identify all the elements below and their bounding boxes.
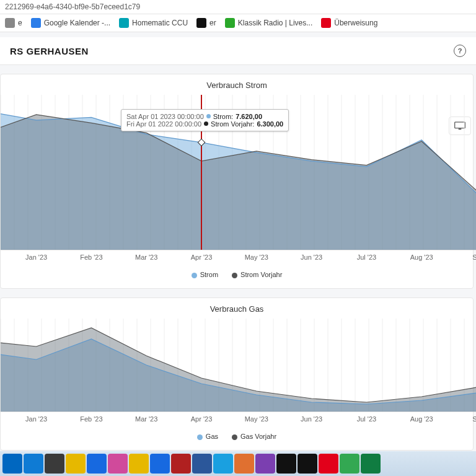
x-tick-label: Feb '23 [80,253,102,261]
bookmarks-bar: eGoogle Kalender -...Homematic CCUerKlas… [0,14,476,32]
bookmark-label: Klassik Radio | Lives... [238,19,313,27]
chart-card: Verbrauch GasJan '23Feb '23Mar '23Apr '2… [0,298,474,451]
legend-item[interactable]: Strom [192,271,218,278]
page-header: RS GERHAUSEN ? [0,37,476,65]
chart-card: Verbrauch StromJan '23Feb '23Mar '23Apr … [0,74,474,289]
bookmark-label: er [209,19,216,27]
legend-item[interactable]: Strom Vorjahr [232,271,282,278]
bookmark-favicon [119,18,129,28]
series-area-previous [1,115,476,250]
chart-legend: GasGas Vorjahr [1,433,473,440]
taskbar-photos-icon[interactable] [213,454,233,474]
taskbar-opera-icon[interactable] [319,454,338,474]
x-tick-label: May '23 [245,253,268,261]
x-tick-label: Jan '23 [25,415,47,423]
chart-plot[interactable]: Jan '23Feb '23Mar '23Apr '23May '23Jun '… [1,319,476,426]
legend-item[interactable]: Gas Vorjahr [232,433,276,440]
x-tick-label: Jun '23 [301,253,322,261]
bookmark-favicon [225,18,235,28]
help-icon[interactable]: ? [454,45,466,57]
x-tick-label: Aug '23 [410,415,433,423]
taskbar-loxone-icon[interactable] [87,454,107,474]
chart-tooltip: Sat Apr 01 2023 00:00:00Strom: 7.620,00F… [121,109,289,131]
bookmark-label: Homematic CCU [132,19,188,27]
bookmark-favicon [321,18,331,28]
taskbar-mail-icon[interactable] [150,454,170,474]
taskbar-chrome-icon[interactable] [340,454,359,474]
url-bar[interactable]: 2212969-e4a6-4340-bf9e-5b7eceed1c79 [0,0,476,14]
x-tick-label: Se [472,415,476,423]
taskbar-explorer-icon[interactable] [129,454,149,474]
taskbar-calc-icon[interactable] [45,454,64,474]
bookmark-item[interactable]: e [5,18,22,28]
x-tick-label: Se [472,253,476,261]
bookmark-label: Google Kalender -... [44,19,110,27]
taskbar-edge-icon[interactable] [24,454,43,474]
windows-taskbar[interactable] [0,451,476,476]
taskbar-ssh-icon[interactable] [298,454,317,474]
taskbar-word-icon[interactable] [192,454,212,474]
bookmark-label: Überweisung [334,19,377,27]
bookmark-item[interactable]: Klassik Radio | Lives... [225,18,313,28]
legend-item[interactable]: Gas [197,433,218,440]
bookmark-favicon [31,18,41,28]
page-title: RS GERHAUSEN [10,46,89,56]
x-tick-label: Feb '23 [80,415,102,423]
taskbar-m3-icon[interactable] [171,454,191,474]
series-area-previous [1,328,476,412]
x-tick-label: Apr '23 [191,253,213,261]
bookmark-item[interactable]: er [196,18,216,28]
x-tick-label: Aug '23 [410,253,433,261]
chart-legend: StromStrom Vorjahr [1,271,473,278]
x-tick-label: Mar '23 [135,415,157,423]
chart-title: Verbrauch Gas [1,304,473,314]
bookmark-favicon [196,18,206,28]
taskbar-files-icon[interactable] [66,454,86,474]
bookmark-favicon [5,18,15,28]
taskbar-snip-icon[interactable] [108,454,128,474]
bookmark-label: e [18,19,22,27]
taskbar-clipchamp-icon[interactable] [255,454,275,474]
taskbar-paint-icon[interactable] [234,454,254,474]
x-tick-label: May '23 [245,415,268,423]
x-tick-label: Apr '23 [191,415,213,423]
bookmark-item[interactable]: Überweisung [321,18,377,28]
taskbar-start-icon[interactable] [2,454,22,474]
x-tick-label: Jan '23 [25,253,47,261]
taskbar-term-icon[interactable] [276,454,296,474]
bookmark-item[interactable]: Google Kalender -... [31,18,110,28]
taskbar-excel-icon[interactable] [361,454,381,474]
x-tick-label: Mar '23 [135,253,157,261]
x-tick-label: Jun '23 [301,415,322,423]
chart-title: Verbrauch Strom [1,81,473,90]
x-tick-label: Jul '23 [357,415,376,423]
x-tick-label: Jul '23 [357,253,376,261]
bookmark-item[interactable]: Homematic CCU [119,18,188,28]
